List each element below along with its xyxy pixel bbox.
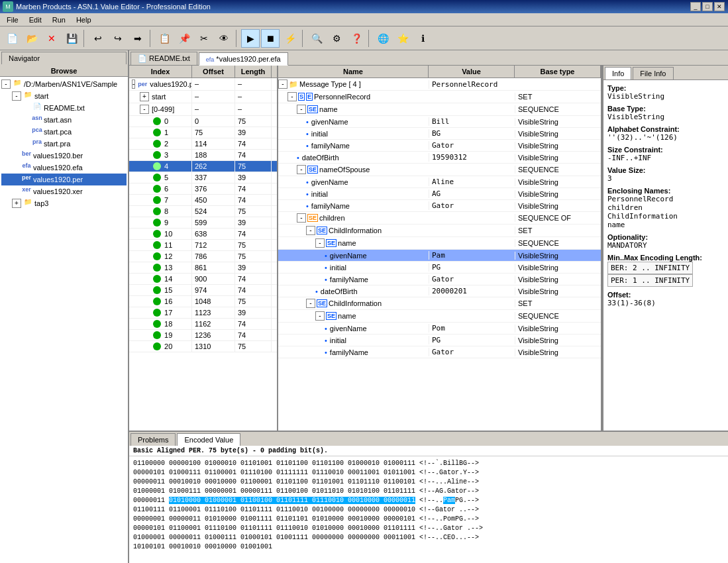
menu-help[interactable]: Help <box>71 15 97 25</box>
idx-row-13[interactable]: 13 861 39 <box>129 262 277 274</box>
tb-encode[interactable]: ⏹ <box>261 29 280 48</box>
idx-row-3[interactable]: 3 188 74 <box>129 150 277 161</box>
tb-redo[interactable]: ↪ <box>109 29 127 48</box>
asn-row-childname2[interactable]: - SE name SEQUENCE <box>278 310 601 323</box>
idx-row-12[interactable]: 12 786 75 <box>129 251 277 262</box>
asn-row-givenname4[interactable]: • givenName Pom VisibleString <box>278 323 601 334</box>
tree-item-v1920xer[interactable]: xer values1920.xer <box>1 185 127 197</box>
expand-children[interactable]: - <box>297 213 306 223</box>
asn-row-initial4[interactable]: • initial PG VisibleString <box>278 334 601 346</box>
bottom-content[interactable]: 01100000 00000100 01000010 01101001 0110… <box>129 456 728 563</box>
asn-row-initial3[interactable]: • initial PG VisibleString <box>278 262 601 274</box>
tree-item-v1920per[interactable]: per values1920.per <box>1 174 127 185</box>
idx-row-17[interactable]: 17 1123 39 <box>129 307 277 319</box>
tb-globe[interactable]: 🌐 <box>374 29 392 48</box>
idx-row-16[interactable]: 16 1048 75 <box>129 296 277 307</box>
asn-row-initial2[interactable]: • initial AG VisibleString <box>278 188 601 200</box>
asn-row-msgtype[interactable]: - 📁 Message Type [ 4 ] PersonnelRecord <box>278 78 601 91</box>
tb-arrow-right[interactable]: ➡ <box>129 29 147 48</box>
tb-star[interactable]: ⭐ <box>393 29 412 48</box>
tree-item-tap3[interactable]: + 📁 tap3 <box>1 197 127 209</box>
asn-row-childinfo1[interactable]: - SE ChildInformation SET <box>278 225 601 237</box>
tb-delete[interactable]: ✕ <box>42 29 61 48</box>
asn-row-familyname1[interactable]: • familyName Gator VisibleString <box>278 140 601 152</box>
expand-childname2[interactable]: - <box>315 311 325 321</box>
expand-childinfo1[interactable]: - <box>306 226 315 235</box>
tree-item-startasn[interactable]: asn start.asn <box>1 114 127 126</box>
win-btn-max[interactable]: □ <box>702 2 713 11</box>
asn-row-children[interactable]: - SE children SEQUENCE OF <box>278 212 601 225</box>
idx-row-2[interactable]: 2 114 74 <box>129 138 277 150</box>
asn-row-givenname3[interactable]: • givenName Pam VisibleString <box>278 250 601 262</box>
expand-range[interactable]: - <box>140 105 149 114</box>
asn-row-childname1[interactable]: - SE name SEQUENCE <box>278 237 601 250</box>
asn-row-name[interactable]: - SE name SEQUENCE <box>278 103 601 116</box>
idx-row-11[interactable]: 11 712 75 <box>129 240 277 251</box>
menu-run[interactable]: Run <box>47 15 71 25</box>
tb-view[interactable]: 👁 <box>215 29 233 48</box>
idx-row-0[interactable]: 0 0 75 <box>129 116 277 127</box>
tb-decode[interactable]: ▶ <box>241 29 260 48</box>
asn-row-familyname3[interactable]: • familyName Gator VisibleString <box>278 274 601 285</box>
idx-row-14[interactable]: 14 900 74 <box>129 274 277 285</box>
asn-row-personnelrecord[interactable]: - S E PersonnelRecord SET <box>278 91 601 103</box>
tb-run[interactable]: ⚡ <box>281 29 299 48</box>
tree-item-startpra[interactable]: pra start.pra <box>1 138 127 150</box>
win-btn-close[interactable]: ✕ <box>714 2 725 11</box>
idx-row-6[interactable]: 6 376 74 <box>129 183 277 195</box>
expand-childname1[interactable]: - <box>315 238 325 248</box>
info-tab-fileinfo[interactable]: File Info <box>633 67 673 79</box>
win-btn-min[interactable]: _ <box>690 2 701 11</box>
expand-msgtype[interactable]: - <box>278 79 287 89</box>
tree-item-readme[interactable]: 📄 README.txt <box>1 102 127 114</box>
expand-childinfo2[interactable]: - <box>306 299 315 308</box>
tab-values1920[interactable]: efa *values1920.per.efa <box>199 52 288 66</box>
tb-paste[interactable]: 📌 <box>175 29 193 48</box>
tb-undo[interactable]: ↩ <box>89 29 107 48</box>
tree-item-root[interactable]: - 📁 /D:/Marben/ASN1VE/Sample <box>1 78 127 90</box>
asn-row-givenname1[interactable]: • givenName Bill VisibleString <box>278 116 601 128</box>
idx-row-8[interactable]: 8 524 75 <box>129 206 277 217</box>
asn-row-dob1[interactable]: • dateOfBirth 19590312 VisibleString <box>278 152 601 164</box>
expand-start[interactable]: - <box>12 91 21 101</box>
tab-encoded-value[interactable]: Encoded Value <box>177 433 240 446</box>
idx-row-10[interactable]: 10 638 74 <box>129 229 277 240</box>
asn-row-spouse[interactable]: - SE nameOfSpouse SEQUENCE <box>278 164 601 176</box>
menu-file[interactable]: File <box>1 15 24 25</box>
asn-row-givenname2[interactable]: • givenName Aline VisibleString <box>278 176 601 188</box>
asn-row-dob2[interactable]: • dateOfBirth 20000201 VisibleString <box>278 285 601 297</box>
idx-row-19[interactable]: 19 1236 74 <box>129 330 277 341</box>
menu-edit[interactable]: Edit <box>24 15 47 25</box>
tb-help[interactable]: ❓ <box>347 29 366 48</box>
idx-row-1[interactable]: 1 75 39 <box>129 127 277 138</box>
tb-new[interactable]: 📄 <box>3 29 21 48</box>
idx-row-20[interactable]: 20 1310 75 <box>129 341 277 352</box>
idx-row-range[interactable]: -[0-499] – – <box>129 103 277 116</box>
tb-settings[interactable]: ⚙ <box>327 29 346 48</box>
info-tab-info[interactable]: Info <box>605 67 631 79</box>
tree-item-startpca[interactable]: pca start.pca <box>1 126 127 138</box>
idx-row-values1920per[interactable]: -pervalues1920.per – – <box>129 78 277 91</box>
asn-row-initial1[interactable]: • initial BG VisibleString <box>278 128 601 140</box>
idx-row-5[interactable]: 5 337 39 <box>129 172 277 183</box>
tree-item-v1920ber[interactable]: ber values1920.ber <box>1 150 127 162</box>
expand-start-idx[interactable]: + <box>140 92 149 101</box>
idx-row-start[interactable]: +start – – <box>129 91 277 103</box>
expand-personnelrecord[interactable]: - <box>287 92 297 101</box>
tab-problems[interactable]: Problems <box>130 433 176 446</box>
tb-search[interactable]: 🔍 <box>307 29 326 48</box>
tree-item-start[interactable]: - 📁 start <box>1 90 127 102</box>
tree-item-v1920efa[interactable]: efa values1920.efa <box>1 162 127 174</box>
tb-save[interactable]: 💾 <box>62 29 81 48</box>
tb-info[interactable]: ℹ <box>413 29 432 48</box>
asn-row-familyname2[interactable]: • familyName Gator VisibleString <box>278 200 601 212</box>
asn-row-childinfo2[interactable]: - SE ChildInformation SET <box>278 297 601 310</box>
tb-cut[interactable]: ✂ <box>195 29 213 48</box>
tab-readme[interactable]: 📄 README.txt <box>130 52 197 65</box>
idx-row-18[interactable]: 18 1162 74 <box>129 319 277 330</box>
idx-row-4[interactable]: 4 262 75 <box>129 161 277 172</box>
asn-row-familyname4[interactable]: • familyName Gator VisibleString <box>278 346 601 358</box>
tb-copy[interactable]: 📋 <box>155 29 174 48</box>
expand-name[interactable]: - <box>297 105 306 114</box>
navigator-tab[interactable]: Navigator <box>1 52 127 64</box>
